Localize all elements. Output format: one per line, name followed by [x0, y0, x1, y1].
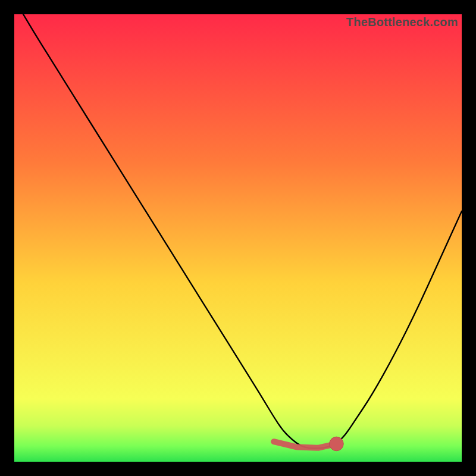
trough-end-dot — [330, 437, 344, 451]
bottleneck-curve — [23, 14, 462, 448]
trough-marker-line — [274, 441, 336, 448]
watermark-label: TheBottleneck.com — [346, 15, 458, 29]
plot-area: TheBottleneck.com — [14, 14, 462, 462]
chart-svg — [14, 14, 462, 462]
chart-frame: TheBottleneck.com — [0, 0, 476, 476]
